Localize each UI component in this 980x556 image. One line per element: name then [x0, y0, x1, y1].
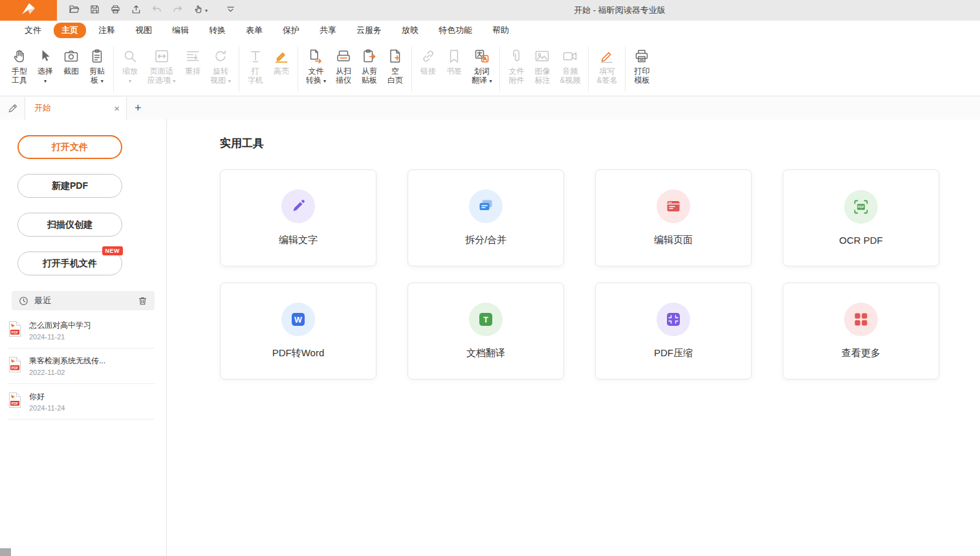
section-title: 实用工具 — [220, 136, 264, 151]
ribbon-separator — [113, 47, 114, 92]
ribbon-item-label: 打字机 — [248, 67, 263, 85]
foxit-logo-button[interactable] — [0, 0, 57, 21]
tool-card-label: 查看更多 — [842, 347, 880, 359]
menu-tab-featured[interactable]: 特色功能 — [431, 23, 480, 38]
open-folder-button[interactable] — [69, 4, 80, 17]
tool-card-edit-pages[interactable]: 编辑页面 — [595, 169, 752, 266]
menu-tab-comment[interactable]: 注释 — [91, 23, 123, 38]
ribbon-audio-video-button: 音频&视频 — [555, 45, 585, 86]
snapshot-icon — [63, 46, 80, 67]
typewriter-icon — [247, 46, 264, 67]
menu-tab-file[interactable]: 文件 — [17, 23, 49, 38]
pdf-compress-icon — [657, 303, 690, 336]
sidebar-button-new-pdf[interactable]: 新建PDF — [17, 174, 122, 198]
ribbon-typewriter-button: 打字机 — [243, 45, 268, 86]
ribbon-from-scanner-button[interactable]: 从扫描仪 — [331, 45, 356, 86]
menu-tab-home[interactable]: 主页 — [54, 23, 86, 38]
window-title: 开始 - 福昕阅读器专业版 — [574, 5, 666, 16]
menu-tab-cloud-services[interactable]: 云服务 — [349, 23, 389, 38]
recent-file-item[interactable]: PDF怎么面对高中学习2024-11-21 — [8, 313, 155, 348]
print-button[interactable] — [110, 4, 121, 17]
tool-card-ocr-pdf[interactable]: PDFOCR PDF — [783, 169, 939, 266]
corner-fragment — [0, 548, 11, 556]
ribbon-image-annotate-button: 图像标注 — [529, 45, 555, 86]
trash-icon[interactable] — [137, 295, 148, 306]
ribbon-clipboard-button[interactable]: 剪贴板 ▾ — [84, 45, 110, 87]
sidebar-button-open-mobile-file[interactable]: 打开手机文件NEW — [17, 251, 122, 275]
recent-file-info: 你好2024-11-24 — [29, 391, 65, 412]
menu-tab-share[interactable]: 共享 — [312, 23, 344, 38]
hand-tool-icon — [11, 46, 28, 67]
tool-card-pdf-to-word[interactable]: WPDF转Word — [220, 283, 376, 380]
sidebar: 打开文件新建PDF扫描仪创建打开手机文件NEW 最近 PDF怎么面对高中学习20… — [0, 120, 167, 556]
customize-toolbar-button[interactable] — [225, 4, 236, 17]
ribbon-separator — [625, 47, 626, 92]
ribbon-item-label: 划词翻译 ▾ — [472, 67, 492, 86]
ribbon-item-label: 图像标注 — [534, 67, 550, 85]
ribbon-snapshot-button[interactable]: 截图 — [58, 45, 84, 77]
svg-text:PDF: PDF — [12, 366, 19, 370]
ribbon-print-template-button[interactable]: 打印模板 — [629, 45, 655, 86]
sidebar-button-scanner-create[interactable]: 扫描仪创建 — [17, 213, 122, 237]
tool-card-label: 文档翻译 — [466, 347, 505, 359]
tool-card-pdf-compress[interactable]: PDF压缩 — [595, 283, 752, 380]
sidebar-button-open-file[interactable]: 打开文件 — [17, 135, 122, 159]
print-icon — [110, 4, 121, 17]
svg-text:T: T — [483, 315, 488, 325]
ribbon-select-button[interactable]: 选择▾ — [32, 45, 58, 87]
doc-tab-start[interactable]: 开始 × — [25, 97, 127, 120]
ribbon-separator — [411, 47, 412, 92]
tool-card-doc-translate[interactable]: T文档翻译 — [408, 283, 564, 380]
menu-tab-convert[interactable]: 转换 — [201, 23, 234, 38]
ribbon-translate-button[interactable]: 划词翻译 ▾ — [467, 45, 496, 87]
new-tab-button[interactable]: + — [135, 102, 142, 114]
menu-tab-help[interactable]: 帮助 — [485, 23, 517, 38]
ribbon-blank-page-button[interactable]: 空白页 — [382, 45, 408, 86]
ribbon-item-label: 从扫描仪 — [336, 67, 351, 85]
tool-card-view-more[interactable]: 查看更多 — [783, 283, 939, 380]
pdf-file-icon: PDF — [8, 392, 22, 411]
ribbon-item-label: 缩放▾ — [122, 67, 138, 86]
recent-file-title: 你好 — [29, 391, 65, 402]
ribbon-file-convert-button[interactable]: 文件转换 ▾ — [301, 45, 331, 87]
zoom-icon — [122, 46, 138, 67]
ribbon-fit-options-button: 页面适应选项 ▾ — [143, 45, 180, 87]
ribbon-item-label: 选择▾ — [38, 67, 53, 86]
image-annotate-icon — [534, 46, 550, 67]
ribbon-group-4: 文件转换 ▾从扫描仪从剪贴板空白页 — [301, 45, 408, 94]
link-icon — [420, 46, 437, 67]
from-clipboard-icon — [361, 46, 378, 67]
touch-mode-button[interactable]: ▾ — [193, 4, 208, 17]
tool-card-label: PDF压缩 — [654, 347, 693, 359]
open-folder-icon — [69, 4, 80, 17]
sidebar-button-label: 打开手机文件 — [43, 258, 97, 270]
ribbon-reflow-button: 重排 — [180, 45, 206, 77]
tool-card-edit-text[interactable]: 编辑文字 — [220, 169, 376, 266]
save-button[interactable] — [89, 4, 100, 17]
menu-tab-view[interactable]: 视图 — [127, 23, 160, 38]
menu-tab-edit[interactable]: 编辑 — [164, 23, 197, 38]
tab-close-icon[interactable]: × — [114, 103, 120, 113]
recent-file-date: 2024-11-21 — [29, 333, 91, 341]
redo-icon — [172, 4, 183, 17]
recent-file-item[interactable]: PDF你好2024-11-24 — [8, 384, 155, 420]
pencil-icon[interactable] — [0, 103, 25, 114]
reflow-icon — [184, 46, 201, 67]
recent-list: PDF怎么面对高中学习2024-11-21PDF乘客检测系统无线传...2022… — [8, 313, 155, 420]
foxit-logo-icon — [19, 2, 38, 19]
ribbon-item-label: 空白页 — [387, 67, 403, 85]
recent-file-date: 2024-11-24 — [29, 404, 65, 412]
ribbon-hand-tool-button[interactable]: 手型工具 — [6, 45, 32, 86]
tool-card-split-merge[interactable]: 拆分/合并 — [408, 169, 564, 266]
dropdown-arrow-icon: ▾ — [205, 8, 208, 14]
ribbon-highlight-button: 高亮 — [268, 45, 294, 77]
menu-tab-present[interactable]: 放映 — [394, 23, 426, 38]
audio-video-icon — [561, 46, 578, 67]
ribbon-bookmark-button: 书签 — [441, 45, 467, 77]
menu-tab-form[interactable]: 表单 — [238, 23, 270, 38]
menu-tab-protect[interactable]: 保护 — [275, 23, 307, 38]
ribbon-from-clipboard-button[interactable]: 从剪贴板 — [356, 45, 382, 86]
recent-file-item[interactable]: PDF乘客检测系统无线传...2022-11-02 — [8, 348, 155, 384]
export-button[interactable] — [131, 4, 142, 17]
recent-label: 最近 — [34, 295, 51, 306]
